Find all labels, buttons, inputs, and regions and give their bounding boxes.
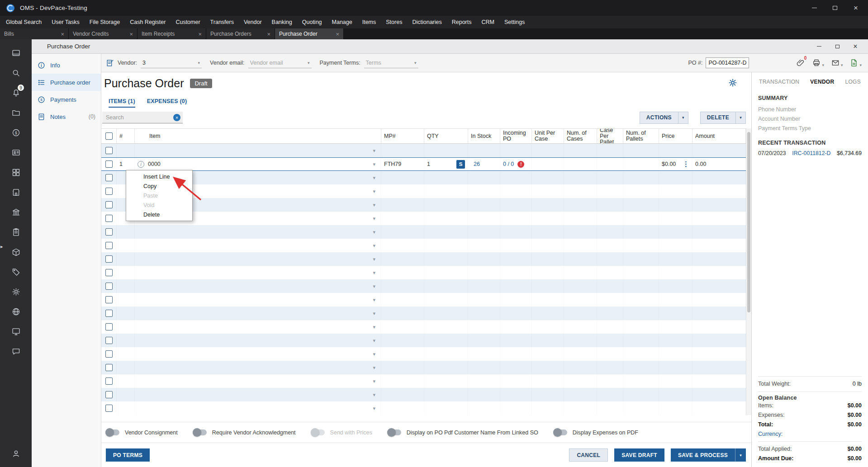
close-button[interactable]: × [845, 0, 866, 16]
row-checkbox[interactable] [105, 188, 113, 195]
actions-button[interactable]: ACTIONS [640, 112, 678, 124]
toggle-option[interactable]: Require Vendor Acknowledgment [193, 429, 296, 436]
item-dropdown-icon[interactable]: ▾ [373, 351, 375, 357]
clear-search-icon[interactable]: × [173, 114, 180, 121]
child-close-button[interactable]: × [846, 39, 864, 53]
toggle-switch[interactable] [554, 429, 567, 435]
grid-settings-button[interactable] [728, 78, 738, 89]
column-header-mp[interactable]: MP# [381, 129, 424, 143]
item-dropdown-icon[interactable]: ▾ [373, 202, 375, 208]
sidebar-item-contacts[interactable] [0, 142, 32, 162]
sidebar-item-search[interactable] [0, 63, 32, 83]
item-dropdown-icon[interactable]: ▾ [373, 365, 375, 371]
sidebar-item-bank[interactable] [0, 202, 32, 222]
minimize-button[interactable] [804, 0, 825, 16]
menu-item[interactable]: Banking [267, 16, 297, 28]
menu-item[interactable]: Cash Register [125, 16, 171, 28]
column-header-case-per-pallet[interactable]: Case Per Pallet [597, 129, 623, 143]
tab-close-icon[interactable]: × [129, 31, 133, 38]
column-header-num[interactable]: # [117, 129, 135, 143]
sidebar-item-tags[interactable] [0, 262, 32, 282]
actions-dropdown-button[interactable]: ▾ [678, 112, 688, 124]
in-stock-link[interactable]: 26 [474, 161, 480, 167]
row-checkbox[interactable] [105, 201, 113, 208]
row-checkbox[interactable] [105, 391, 113, 398]
save-process-dropdown-button[interactable]: ▾ [735, 448, 746, 462]
tab-transaction[interactable]: TRANSACTION [759, 79, 799, 85]
item-dropdown-icon[interactable]: ▾ [373, 406, 375, 411]
sidebar-item-dashboard[interactable] [0, 43, 32, 63]
toggle-switch[interactable] [311, 429, 325, 435]
menu-item[interactable]: Stores [381, 16, 407, 28]
child-minimize-button[interactable] [810, 39, 828, 53]
nav-item-info[interactable]: Info [32, 57, 101, 74]
sidebar-item-notifications[interactable]: 9 [0, 83, 32, 103]
row-checkbox[interactable] [105, 160, 113, 168]
toggle-switch[interactable] [106, 429, 119, 435]
nav-item-payments[interactable]: $ Payments [32, 91, 101, 108]
document-tab-vendor-credits[interactable]: Vendor Credits× [69, 28, 138, 39]
attachments-button[interactable]: 0 [796, 58, 805, 67]
column-header-num-of-pallets[interactable]: Num. of Pallets [623, 129, 659, 143]
tab-close-icon[interactable]: × [336, 31, 339, 38]
sidebar-item-inventory[interactable] [0, 242, 32, 262]
menu-item[interactable]: Quoting [297, 16, 327, 28]
row-checkbox[interactable] [105, 310, 113, 317]
menu-item[interactable]: Dictionaries [407, 16, 446, 28]
row-checkbox[interactable] [105, 228, 113, 236]
currency-link[interactable]: Currency: [758, 429, 783, 439]
search-input[interactable] [102, 112, 183, 123]
row-checkbox[interactable] [105, 255, 113, 263]
row-checkbox[interactable] [105, 269, 113, 276]
menu-item[interactable]: Reports [447, 16, 477, 28]
sidebar-item-apps[interactable] [0, 162, 32, 182]
row-checkbox[interactable] [105, 215, 113, 222]
context-menu-item[interactable]: Delete [126, 210, 192, 219]
menu-item[interactable]: Manage [327, 16, 357, 28]
row-checkbox[interactable] [105, 323, 113, 330]
column-header-item[interactable]: Item [135, 129, 381, 143]
nav-item-notes[interactable]: Notes (0) [32, 108, 101, 125]
vendor-email-input[interactable] [250, 60, 308, 66]
row-checkbox[interactable] [105, 147, 113, 154]
transaction-link[interactable]: IRC-0011812-D [792, 150, 830, 156]
item-dropdown-icon[interactable]: ▾ [373, 324, 375, 330]
cancel-button[interactable]: CANCEL [569, 448, 608, 462]
menu-item[interactable]: Vendor [239, 16, 267, 28]
column-header-num-of-cases[interactable]: Num. of Cases [564, 129, 597, 143]
sidebar-expand-handle[interactable]: ▸ [0, 244, 3, 250]
child-restore-button[interactable] [828, 39, 846, 53]
column-header-price[interactable]: Price [659, 129, 693, 143]
row-checkbox[interactable] [105, 364, 113, 371]
row-checkbox[interactable] [105, 337, 113, 344]
item-dropdown-icon[interactable]: ▾ [373, 216, 375, 222]
row-menu-icon[interactable]: ⋮ [683, 160, 689, 168]
toggle-option[interactable]: Vendor Consignment [106, 429, 178, 436]
document-tab-purchase-order[interactable]: Purchase Order× [275, 28, 344, 39]
save-draft-button[interactable]: SAVE DRAFT [614, 448, 664, 462]
tab-vendor[interactable]: VENDOR [810, 79, 834, 85]
select-all-checkbox[interactable] [105, 132, 113, 140]
item-dropdown-icon[interactable]: ▾ [373, 378, 375, 384]
sidebar-item-screen-share[interactable] [0, 321, 32, 341]
tab-expenses[interactable]: EXPENSES (0) [147, 98, 187, 108]
document-tab-purchase-orders[interactable]: Purchase Orders× [206, 28, 275, 39]
column-header-incoming-po[interactable]: Incoming PO [500, 129, 532, 143]
item-dropdown-icon[interactable]: ▾ [373, 256, 375, 262]
row-checkbox[interactable] [105, 350, 113, 358]
row-checkbox[interactable] [105, 405, 113, 412]
column-header-in-stock[interactable]: In Stock [468, 129, 500, 143]
item-dropdown-icon[interactable]: ▾ [373, 175, 375, 181]
item-dropdown-icon[interactable]: ▾ [373, 161, 375, 167]
item-dropdown-icon[interactable]: ▾ [373, 283, 375, 289]
table-scrollbar[interactable] [746, 128, 751, 415]
tab-close-icon[interactable]: × [198, 31, 202, 38]
row-checkbox[interactable] [105, 377, 113, 385]
toggle-switch[interactable] [388, 429, 401, 435]
delete-button[interactable]: DELETE [700, 112, 736, 124]
menu-item[interactable]: Global Search [1, 16, 47, 28]
nav-item-purchase-order[interactable]: Purchase order [32, 74, 101, 91]
sidebar-item-settings[interactable] [0, 282, 32, 302]
sidebar-item-globe[interactable] [0, 302, 32, 321]
document-tab-item-receipts[interactable]: Item Receipts× [138, 28, 206, 39]
